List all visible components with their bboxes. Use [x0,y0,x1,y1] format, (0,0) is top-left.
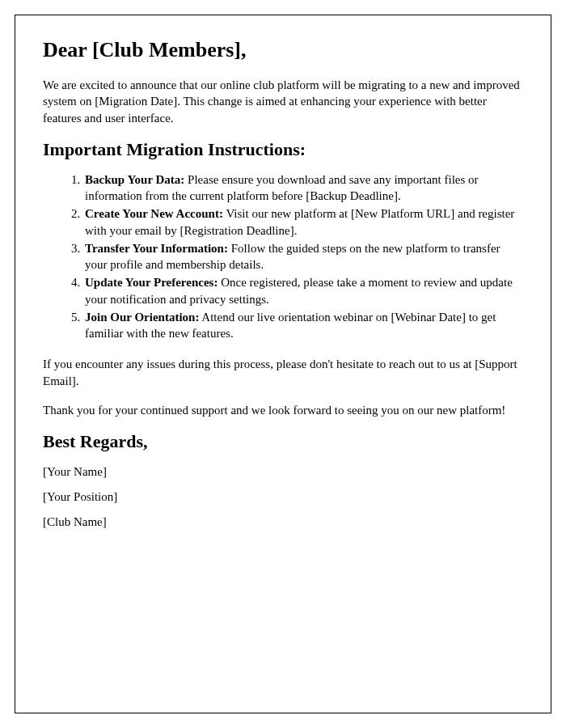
signature-club: [Club Name] [43,515,523,529]
list-item: Transfer Your Information: Follow the gu… [83,240,523,273]
instruction-label: Update Your Preferences: [85,276,218,289]
closing-heading: Best Regards, [43,431,523,452]
document-frame: Dear [Club Members], We are excited to a… [15,15,551,713]
list-item: Join Our Orientation: Attend our live or… [83,309,523,342]
instructions-heading: Important Migration Instructions: [43,139,523,160]
instruction-label: Create Your New Account: [85,207,223,220]
signature-name: [Your Name] [43,465,523,479]
instruction-label: Transfer Your Information: [85,242,228,255]
thanks-paragraph: Thank you for your continued support and… [43,402,523,418]
list-item: Update Your Preferences: Once registered… [83,274,523,307]
instructions-list: Backup Your Data: Please ensure you down… [83,171,523,342]
support-paragraph: If you encounter any issues during this … [43,356,523,389]
intro-paragraph: We are excited to announce that our onli… [43,77,523,126]
greeting-heading: Dear [Club Members], [43,38,523,62]
instruction-label: Join Our Orientation: [85,311,199,324]
list-item: Backup Your Data: Please ensure you down… [83,171,523,205]
signature-position: [Your Position] [43,490,523,504]
instruction-label: Backup Your Data: [85,173,184,186]
list-item: Create Your New Account: Visit our new p… [83,205,523,239]
